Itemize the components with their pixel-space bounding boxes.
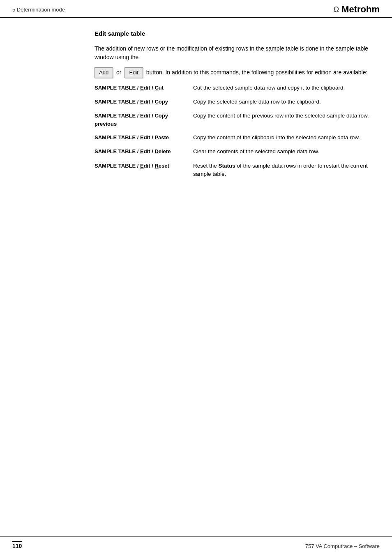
entry-copy-label: SAMPLE TABLE / Edit / Copy	[95, 98, 193, 106]
label-copy-previous: SAMPLE TABLE / Edit / Copy previous	[95, 113, 168, 127]
button-row: Add or Edit button. In addition to this …	[95, 67, 380, 78]
main-content: Edit sample table The addition of new ro…	[0, 18, 392, 196]
entry-paste-label: SAMPLE TABLE / Edit / Paste	[95, 134, 193, 142]
intro-text: The addition of new rows or the modifica…	[95, 45, 368, 60]
page-footer: 110 757 VA Computrace – Software	[0, 537, 392, 555]
entry-copy-desc: Copy the selected sample data row to the…	[193, 98, 380, 106]
entry-reset-label: SAMPLE TABLE / Edit / Reset	[95, 162, 193, 179]
section-title: Edit sample table	[95, 30, 380, 37]
product-label: 757 VA Computrace – Software	[305, 543, 380, 549]
entry-copy-previous-label: SAMPLE TABLE / Edit / Copy previous	[95, 112, 193, 128]
entry-cut-label: SAMPLE TABLE / Edit / Cut	[95, 84, 193, 92]
label-delete: SAMPLE TABLE / Edit / Delete	[95, 148, 171, 154]
intro-paragraph: The addition of new rows or the modifica…	[95, 44, 380, 62]
entry-paste-desc: Copy the content of the clipboard into t…	[193, 134, 380, 142]
after-buttons-text: button. In addition to this commands, th…	[146, 68, 368, 77]
label-prefix: SAMPLE TABLE / Edit / Cut	[95, 85, 164, 91]
page-header: 5 Determination mode Ω Metrohm	[0, 0, 392, 18]
status-bold: Status	[219, 163, 235, 169]
logo-symbol: Ω	[334, 5, 339, 14]
entries-list: SAMPLE TABLE / Edit / Cut Cut the select…	[95, 84, 380, 179]
entry-delete-desc: Clear the contents of the selected sampl…	[193, 147, 380, 156]
entry-copy-previous: SAMPLE TABLE / Edit / Copy previous Copy…	[95, 112, 380, 128]
label-copy: SAMPLE TABLE / Edit / Copy	[95, 99, 168, 105]
logo-text: Metrohm	[341, 4, 380, 15]
chapter-label: 5 Determination mode	[12, 7, 65, 13]
entry-copy: SAMPLE TABLE / Edit / Copy Copy the sele…	[95, 98, 380, 106]
entry-delete: SAMPLE TABLE / Edit / Delete Clear the c…	[95, 147, 380, 156]
label-reset: SAMPLE TABLE / Edit / Reset	[95, 163, 169, 169]
label-paste: SAMPLE TABLE / Edit / Paste	[95, 134, 169, 140]
entry-reset-desc: Reset the Status of the sample data rows…	[193, 162, 380, 179]
entry-copy-previous-desc: Copy the content of the previous row int…	[193, 112, 380, 128]
logo: Ω Metrohm	[334, 4, 380, 15]
or-text: or	[115, 68, 123, 77]
edit-button-sim: Edit	[125, 67, 143, 78]
entry-cut: SAMPLE TABLE / Edit / Cut Cut the select…	[95, 84, 380, 92]
page-number: 110	[12, 541, 22, 549]
entry-reset: SAMPLE TABLE / Edit / Reset Reset the St…	[95, 162, 380, 179]
add-button-sim: Add	[95, 67, 113, 78]
entry-paste: SAMPLE TABLE / Edit / Paste Copy the con…	[95, 134, 380, 142]
entry-delete-label: SAMPLE TABLE / Edit / Delete	[95, 147, 193, 156]
entry-cut-desc: Cut the selected sample data row and cop…	[193, 84, 380, 92]
